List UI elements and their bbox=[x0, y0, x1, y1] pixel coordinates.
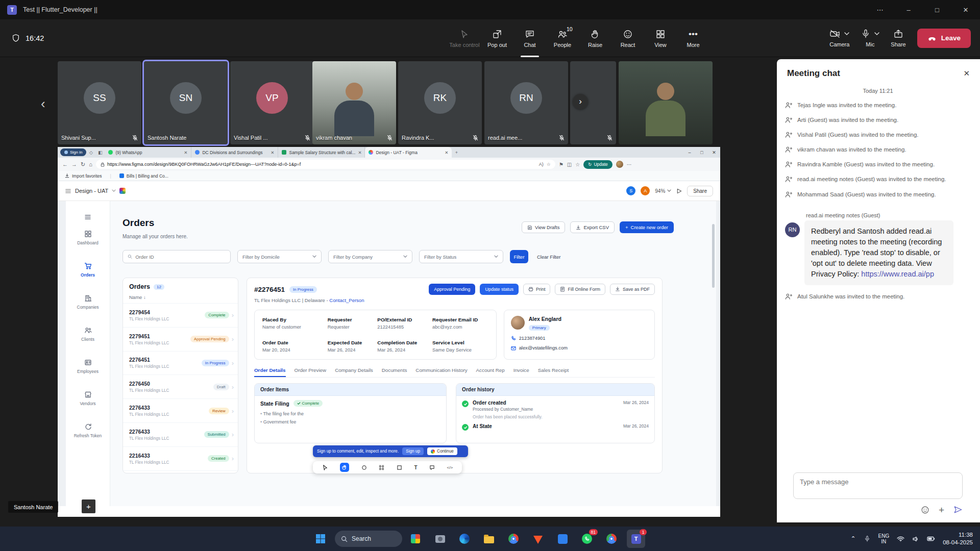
bookmark-star-icon[interactable]: ☆ bbox=[547, 162, 551, 167]
chevron-right-icon[interactable]: › bbox=[232, 455, 234, 462]
taskbar-clock[interactable]: 11:3808-04-2025 bbox=[943, 531, 973, 546]
raise-hand-button[interactable]: Raise bbox=[579, 19, 611, 57]
message-input-box[interactable] bbox=[793, 472, 963, 499]
tiles-next-icon[interactable]: › bbox=[573, 94, 588, 109]
fill-online-form-button[interactable]: Fill Online Form bbox=[555, 284, 605, 295]
share-control[interactable]: Share bbox=[891, 29, 905, 47]
comment-tool-icon[interactable] bbox=[429, 465, 435, 470]
pin-button[interactable]: + bbox=[82, 499, 95, 513]
task-view-button[interactable] bbox=[406, 530, 425, 548]
browser-minimize-icon[interactable]: – bbox=[683, 150, 696, 155]
message-input[interactable] bbox=[800, 478, 956, 486]
attach-plus-icon[interactable]: + bbox=[939, 506, 944, 514]
sign-up-button[interactable]: Sign up bbox=[402, 447, 424, 455]
approval-pending-button[interactable]: Approval Pending bbox=[429, 284, 475, 295]
tab-close-icon[interactable]: ✕ bbox=[358, 150, 361, 155]
browser-profile-avatar[interactable] bbox=[616, 161, 623, 168]
photos-button[interactable] bbox=[431, 530, 449, 548]
figma-menu-icon[interactable] bbox=[65, 188, 71, 194]
import-favorites-button[interactable]: Import favorites bbox=[65, 173, 102, 179]
refresh-icon[interactable]: ↻ bbox=[81, 161, 85, 168]
wifi-icon[interactable] bbox=[897, 536, 904, 542]
chevron-right-icon[interactable]: › bbox=[232, 431, 234, 438]
browser-tab[interactable]: (9) WhatsApp✕ bbox=[105, 147, 191, 158]
figma-share-button[interactable]: Share bbox=[687, 186, 713, 196]
browser-maximize-icon[interactable]: □ bbox=[696, 150, 708, 155]
emoji-icon[interactable] bbox=[921, 506, 929, 514]
send-icon[interactable] bbox=[953, 505, 963, 514]
contact-email[interactable]: alex@vstatefilings.com bbox=[511, 345, 648, 350]
taskbar-search[interactable]: Search bbox=[335, 531, 402, 547]
order-row[interactable]: 2276433 TL Flex Holdings LLC Review › bbox=[123, 399, 238, 423]
sidebar-item-refresh-token[interactable]: Refresh Token bbox=[66, 414, 110, 446]
order-row[interactable]: 2279451 TL Flex Holdings LLC Approval Pe… bbox=[123, 328, 238, 352]
chevron-right-icon[interactable]: › bbox=[232, 359, 234, 367]
leave-button[interactable]: Leave bbox=[917, 29, 971, 48]
camera-control[interactable]: Camera bbox=[829, 29, 849, 47]
file-explorer-button[interactable] bbox=[480, 530, 498, 548]
filter-status-dropdown[interactable]: Filter by Status bbox=[419, 250, 503, 263]
window-maximize-button[interactable]: □ bbox=[923, 0, 951, 19]
sidebar-item-companies[interactable]: Companies bbox=[66, 286, 110, 318]
window-minimize-button[interactable]: – bbox=[894, 0, 923, 19]
update-status-button[interactable]: Update status bbox=[480, 284, 519, 295]
sidebar-item-dashboard[interactable]: Dashboard bbox=[66, 221, 110, 254]
battery-icon[interactable] bbox=[927, 536, 935, 541]
video-tile-active-speaker[interactable]: SN Santosh Narate bbox=[144, 61, 228, 144]
browser-signin-button[interactable]: Sign in bbox=[60, 148, 86, 156]
detail-tab[interactable]: Documents bbox=[382, 367, 407, 377]
read-aloud-icon[interactable]: A) bbox=[539, 162, 544, 167]
edge-button[interactable] bbox=[455, 530, 474, 548]
save-as-pdf-button[interactable]: Save as PDF bbox=[610, 284, 655, 295]
new-tab-icon[interactable]: + bbox=[452, 150, 461, 155]
chevron-down-icon[interactable] bbox=[874, 32, 879, 36]
shape-tool-icon[interactable] bbox=[361, 465, 367, 470]
vscode-button[interactable] bbox=[553, 530, 572, 548]
canvas-scrollbar[interactable] bbox=[712, 224, 715, 288]
pop-out-button[interactable]: Pop out bbox=[481, 19, 513, 57]
contact-person-link[interactable]: Contact_Person bbox=[329, 297, 364, 303]
video-tile-camera-on[interactable]: vikram chavan bbox=[312, 61, 396, 144]
mic-control[interactable]: Mic bbox=[861, 29, 879, 47]
window-more-icon[interactable]: ⋯ bbox=[866, 0, 894, 19]
video-tile[interactable]: VP Vishal Patil ... bbox=[230, 61, 314, 144]
chrome-profile-button[interactable] bbox=[602, 530, 621, 548]
zoom-control[interactable]: 94% bbox=[655, 188, 671, 194]
view-drafts-button[interactable]: View Drafts bbox=[522, 221, 565, 233]
detail-tab[interactable]: Communication History bbox=[415, 367, 467, 377]
detail-tab[interactable]: Sales Receipt bbox=[538, 367, 569, 377]
browser-tab-active[interactable]: Design - UAT - Figma✕ bbox=[365, 147, 452, 158]
home-icon[interactable]: ⌂ bbox=[89, 161, 92, 167]
menu-icon[interactable] bbox=[84, 213, 92, 221]
detail-tab[interactable]: Account Rep bbox=[476, 367, 505, 377]
hand-tool-icon[interactable] bbox=[340, 463, 349, 472]
chevron-down-icon[interactable] bbox=[112, 189, 116, 192]
text-tool-icon[interactable]: T bbox=[414, 465, 417, 470]
tray-expand-icon[interactable]: ⌃ bbox=[850, 535, 855, 542]
rectangle-tool-icon[interactable] bbox=[397, 465, 402, 470]
tray-mic-icon[interactable] bbox=[864, 535, 871, 542]
favorites-icon[interactable]: ☆ bbox=[575, 162, 580, 167]
sidebar-item-clients[interactable]: Clients bbox=[66, 318, 110, 350]
privacy-policy-link[interactable]: https://www.read.ai/pp bbox=[861, 270, 934, 278]
filter-domicile-dropdown[interactable]: Filter by Domicile bbox=[237, 250, 322, 263]
browser-tab[interactable]: DC Divisions and Surroundings✕ bbox=[191, 147, 278, 158]
cursor-tool-icon[interactable] bbox=[322, 464, 328, 470]
sidebar-item-vendors[interactable]: Vendors bbox=[66, 382, 110, 414]
present-play-icon[interactable] bbox=[676, 188, 682, 194]
order-row[interactable]: 2279454 TL Flex Holdings LLC Complete › bbox=[123, 304, 238, 328]
chevron-right-icon[interactable]: › bbox=[232, 335, 234, 343]
browser-close-icon[interactable]: ✕ bbox=[708, 150, 720, 155]
chevron-right-icon[interactable]: › bbox=[232, 383, 234, 391]
contact-phone[interactable]: 2123874901 bbox=[511, 336, 648, 341]
chat-close-icon[interactable]: ✕ bbox=[963, 69, 970, 78]
tab-close-icon[interactable]: ✕ bbox=[445, 150, 448, 155]
sidebar-item-employees[interactable]: Employees bbox=[66, 350, 110, 382]
react-button[interactable]: React bbox=[611, 19, 644, 57]
collaborator-avatar[interactable]: S bbox=[626, 186, 635, 195]
url-field[interactable]: https://www.figma.com/design/9BKQ0FOHRWa… bbox=[96, 160, 555, 169]
create-new-order-button[interactable]: + Create new order bbox=[620, 221, 674, 233]
detail-tab[interactable]: Order Details bbox=[254, 367, 286, 377]
detail-tab[interactable]: Company Details bbox=[335, 367, 373, 377]
video-tile[interactable]: SS Shivani Sup... bbox=[58, 61, 141, 144]
